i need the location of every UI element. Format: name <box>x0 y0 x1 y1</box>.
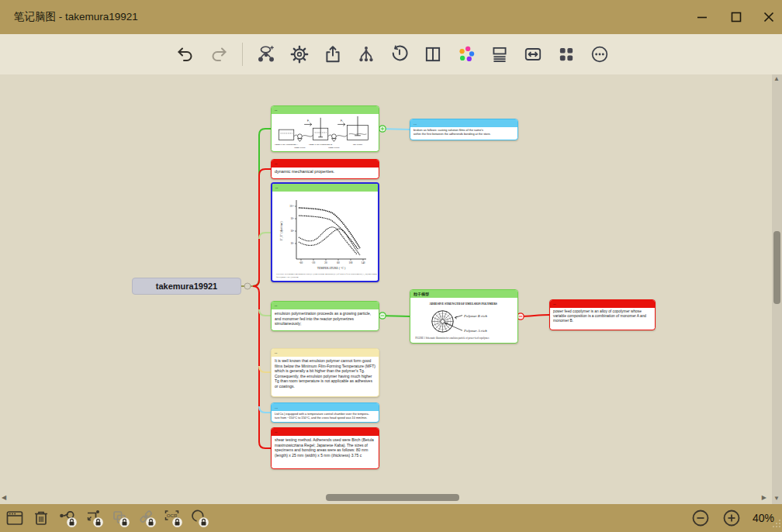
node-tensile[interactable]: ... Ltd Co.) equipped with a temperature… <box>271 402 379 423</box>
chart-ytick-3: 10⁷ <box>290 242 294 245</box>
chart-caption-line2: for P(MMA/BA) system. <box>276 275 299 278</box>
node-particle[interactable]: 粒子模型 ADHESIVE STRENGTH OF EMULSION POLYM… <box>410 289 518 344</box>
main-toolbar <box>0 34 782 74</box>
node-adhesion[interactable]: ... broken as follows: casting solution … <box>410 119 518 140</box>
card-view-icon[interactable] <box>5 508 25 528</box>
close-button[interactable] <box>757 6 780 28</box>
emulsion-connector-ring[interactable] <box>379 313 386 319</box>
mindmap-canvas[interactable]: takemura19921 -- F₁ F₂ <box>0 74 782 504</box>
history-icon[interactable] <box>389 44 410 64</box>
root-connector-ring[interactable] <box>244 283 251 289</box>
apparatus-connector-ring[interactable] <box>379 126 386 132</box>
toolbar-separator <box>242 43 243 66</box>
connector-lock-icon[interactable] <box>84 508 104 528</box>
node-mft-body: It is well known that emulsion polymer c… <box>272 357 379 395</box>
scroll-left-arrow[interactable]: ◀ <box>2 495 6 501</box>
node-tensile-header: ... <box>272 403 379 411</box>
settings-gear-icon[interactable] <box>289 44 310 64</box>
node-shear-body: shear testing method. Adherends used wer… <box>272 436 379 467</box>
apparatus-label-reactor: REACTOR <box>353 143 362 146</box>
chart-xlabel: TEMPERATURE ( °C ) <box>317 267 346 270</box>
horizontal-scrollbar-thumb[interactable] <box>326 494 459 501</box>
zoom-out-button[interactable] <box>690 508 711 528</box>
node-dynamic-header: -- <box>272 160 379 168</box>
node-adhesion-header: ... <box>410 119 517 127</box>
chart-ytick-0: 10¹⁰ <box>289 205 294 208</box>
node-mft-header: -- <box>272 349 379 357</box>
node-shear[interactable]: -- shear testing method. Adherends used … <box>271 427 379 469</box>
vertical-scrollbar-thumb[interactable] <box>773 231 780 304</box>
node-tensile-line2: ture from −150°C to 150°C, and the cross… <box>275 416 375 420</box>
maximize-button[interactable] <box>725 6 748 28</box>
app-window: 笔记脑图 - takemura19921 <box>0 0 782 532</box>
node-chart-header: -- <box>272 184 378 192</box>
title-bar: 笔记脑图 - takemura19921 <box>0 0 782 34</box>
particle-figure-title: ADHESIVE STRENGTH OF EMULSION POLYMERS <box>429 302 497 306</box>
node-apparatus[interactable]: -- F₁ F₂ <box>271 105 379 152</box>
node-shear-header: -- <box>272 428 379 436</box>
node-adhesion-body: broken as follows: casting solution film… <box>410 127 517 138</box>
chart-xtick-4: 100 <box>348 261 352 264</box>
group-lock-icon[interactable] <box>110 508 130 528</box>
node-mft[interactable]: -- It is well known that emulsion polyme… <box>271 348 379 397</box>
particle-connector-ring[interactable] <box>517 313 524 320</box>
split-view-icon[interactable] <box>423 44 443 64</box>
export-share-icon[interactable] <box>323 44 343 64</box>
more-options-icon[interactable] <box>590 44 610 64</box>
resize-grip[interactable] <box>770 517 781 531</box>
undo-icon[interactable] <box>175 44 196 64</box>
redo-icon[interactable] <box>209 44 229 64</box>
chart-xtick-1: -20 <box>312 261 316 264</box>
node-apparatus-header: -- <box>272 106 379 114</box>
chart-xtick-5: 140 <box>361 261 365 264</box>
chart-ylabel: E′, E″ (dyn/cm²) <box>280 221 284 241</box>
window-title: 笔记脑图 - takemura19921 <box>14 10 138 24</box>
node-particle-header: 粒子模型 <box>410 290 517 298</box>
node-emulsion-body: emulsion polymerization proceeds as a gr… <box>272 309 379 329</box>
node-particle-figure: ADHESIVE STRENGTH OF EMULSION POLYMERS P… <box>410 298 517 341</box>
branch-style-icon[interactable] <box>356 44 376 64</box>
node-lock-icon[interactable] <box>57 508 78 528</box>
chart-xtick-2: 20 <box>324 261 327 264</box>
bottom-toolbar-row: OCR <box>5 504 209 532</box>
apparatus-label-pump-b: FEED PUMP <box>328 147 340 149</box>
bottom-toolbar: OCR 40% <box>0 504 782 532</box>
node-tensile-body: Ltd Co.) equipped with a temperature con… <box>272 411 379 420</box>
node-chart[interactable]: -- 10¹⁰ 10⁹ 10⁸ 10⁷ <box>271 182 379 282</box>
outline-layout-icon[interactable] <box>490 44 510 64</box>
node-powerfeed-body: power feed copolymer is an alloy of copo… <box>550 308 655 328</box>
node-adhesion-line2: within the first between the adherends b… <box>413 133 514 136</box>
minimize-button[interactable] <box>690 6 714 28</box>
node-emulsion[interactable]: -- emulsion polymerization proceeds as a… <box>271 301 379 331</box>
node-dynamic[interactable]: -- dynamic mechanical properties. <box>271 159 379 179</box>
hyperlink-lock-icon[interactable] <box>137 508 157 528</box>
trash-icon[interactable] <box>31 508 51 528</box>
particle-caption: FIGURE 1 Schematic illustration for emul… <box>415 337 490 340</box>
add-topic-icon[interactable] <box>256 44 276 64</box>
toolbar-row <box>175 34 610 74</box>
root-node[interactable]: takemura19921 <box>132 278 241 295</box>
node-powerfeed[interactable]: -- power feed copolymer is an alloy of c… <box>549 299 656 330</box>
apparatus-label-f1: F₁ <box>307 119 310 123</box>
node-powerfeed-header: -- <box>550 300 655 308</box>
lasso-lock-icon[interactable] <box>189 508 209 528</box>
zoom-in-button[interactable] <box>721 508 742 528</box>
zoom-controls: 40% <box>690 504 774 532</box>
node-apparatus-image: F₁ F₂ FEED TANK MONOMER A FEED PUMP FEED… <box>272 114 379 150</box>
theme-palette-icon[interactable] <box>456 44 476 64</box>
ocr-label: OCR <box>167 513 178 518</box>
scroll-up-arrow[interactable]: ▲ <box>773 76 780 82</box>
ocr-lock-icon[interactable]: OCR <box>163 508 183 528</box>
chart-xtick-0: -60 <box>299 261 303 264</box>
apparatus-label-f2: F₂ <box>341 119 344 123</box>
chart-ytick-2: 10⁸ <box>290 230 294 233</box>
scroll-right-arrow[interactable]: ▶ <box>762 495 766 501</box>
scroll-down-arrow[interactable]: ▼ <box>773 496 780 502</box>
connector-edges <box>0 74 782 504</box>
fit-width-icon[interactable] <box>523 44 543 64</box>
particle-label-b: Polymer B rich <box>463 314 487 318</box>
node-emulsion-header: -- <box>272 302 379 309</box>
grid-view-icon[interactable] <box>556 44 576 64</box>
root-node-label: takemura19921 <box>156 282 218 291</box>
node-chart-figure: 10¹⁰ 10⁹ 10⁸ 10⁷ -60 -20 20 60 100 140 T… <box>272 192 378 280</box>
